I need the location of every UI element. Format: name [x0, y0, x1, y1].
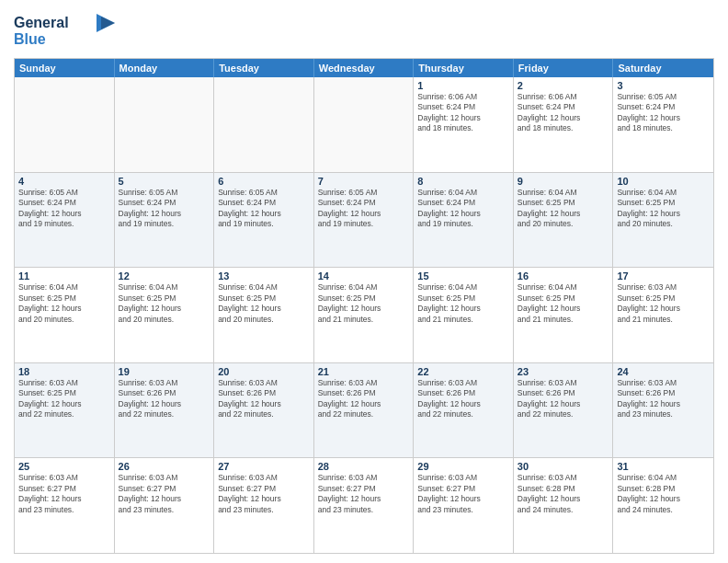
day-number: 17: [617, 270, 710, 282]
day-cell-w4d6: 31Sunrise: 6:04 AM Sunset: 6:28 PM Dayli…: [613, 458, 713, 553]
day-info: Sunrise: 6:04 AM Sunset: 6:25 PM Dayligh…: [18, 282, 110, 325]
week-row-3: 18Sunrise: 6:03 AM Sunset: 6:25 PM Dayli…: [15, 363, 713, 459]
day-cell-w4d2: 27Sunrise: 6:03 AM Sunset: 6:27 PM Dayli…: [214, 458, 314, 553]
day-cell-w2d3: 14Sunrise: 6:04 AM Sunset: 6:25 PM Dayli…: [314, 268, 415, 362]
week-row-2: 11Sunrise: 6:04 AM Sunset: 6:25 PM Dayli…: [15, 268, 713, 363]
day-number: 16: [518, 270, 609, 282]
week-row-4: 25Sunrise: 6:03 AM Sunset: 6:27 PM Dayli…: [15, 458, 713, 553]
svg-text:Blue: Blue: [14, 31, 46, 47]
week-row-0: 1Sunrise: 6:06 AM Sunset: 6:24 PM Daylig…: [15, 77, 713, 173]
logo-svg: General Blue: [14, 9, 115, 51]
day-info: Sunrise: 6:04 AM Sunset: 6:25 PM Dayligh…: [318, 282, 410, 325]
day-info: Sunrise: 6:04 AM Sunset: 6:28 PM Dayligh…: [617, 473, 710, 515]
day-cell-w0d2: [214, 77, 314, 172]
day-info: Sunrise: 6:03 AM Sunset: 6:26 PM Dayligh…: [617, 378, 710, 420]
day-cell-w1d0: 4Sunrise: 6:05 AM Sunset: 6:24 PM Daylig…: [15, 173, 115, 268]
day-info: Sunrise: 6:04 AM Sunset: 6:25 PM Dayligh…: [119, 282, 210, 325]
day-cell-w4d4: 29Sunrise: 6:03 AM Sunset: 6:27 PM Dayli…: [414, 458, 514, 553]
header-saturday: Saturday: [613, 59, 713, 77]
day-cell-w0d5: 2Sunrise: 6:06 AM Sunset: 6:24 PM Daylig…: [514, 77, 614, 172]
day-info: Sunrise: 6:03 AM Sunset: 6:27 PM Dayligh…: [318, 473, 410, 515]
day-number: 19: [119, 366, 210, 377]
day-info: Sunrise: 6:06 AM Sunset: 6:24 PM Dayligh…: [518, 92, 609, 134]
day-cell-w1d3: 7Sunrise: 6:05 AM Sunset: 6:24 PM Daylig…: [314, 173, 415, 268]
day-number: 21: [318, 366, 410, 377]
day-cell-w4d0: 25Sunrise: 6:03 AM Sunset: 6:27 PM Dayli…: [15, 458, 115, 553]
day-cell-w2d0: 11Sunrise: 6:04 AM Sunset: 6:25 PM Dayli…: [15, 268, 115, 362]
page: General Blue Sunday Monday Tuesday Wedne…: [0, 0, 728, 563]
day-cell-w2d5: 16Sunrise: 6:04 AM Sunset: 6:25 PM Dayli…: [514, 268, 614, 362]
day-number: 9: [518, 176, 609, 187]
day-info: Sunrise: 6:05 AM Sunset: 6:24 PM Dayligh…: [617, 92, 710, 134]
day-number: 14: [318, 270, 410, 282]
day-info: Sunrise: 6:03 AM Sunset: 6:25 PM Dayligh…: [18, 378, 110, 420]
day-number: 23: [518, 366, 609, 377]
day-cell-w4d3: 28Sunrise: 6:03 AM Sunset: 6:27 PM Dayli…: [314, 458, 415, 553]
day-number: 28: [318, 461, 410, 472]
day-number: 13: [218, 270, 310, 282]
day-cell-w1d4: 8Sunrise: 6:04 AM Sunset: 6:24 PM Daylig…: [414, 173, 514, 268]
day-info: Sunrise: 6:03 AM Sunset: 6:26 PM Dayligh…: [119, 378, 210, 420]
day-number: 24: [617, 366, 710, 377]
day-number: 1: [417, 80, 509, 91]
day-number: 3: [617, 80, 710, 91]
day-number: 20: [218, 366, 310, 377]
day-number: 10: [617, 176, 710, 187]
day-cell-w1d2: 6Sunrise: 6:05 AM Sunset: 6:24 PM Daylig…: [214, 173, 314, 268]
day-info: Sunrise: 6:03 AM Sunset: 6:27 PM Dayligh…: [417, 473, 509, 515]
day-info: Sunrise: 6:03 AM Sunset: 6:26 PM Dayligh…: [518, 378, 609, 420]
day-cell-w2d1: 12Sunrise: 6:04 AM Sunset: 6:25 PM Dayli…: [115, 268, 215, 362]
day-cell-w0d0: [15, 77, 115, 172]
calendar-body: 1Sunrise: 6:06 AM Sunset: 6:24 PM Daylig…: [15, 77, 713, 553]
day-cell-w0d6: 3Sunrise: 6:05 AM Sunset: 6:24 PM Daylig…: [613, 77, 713, 172]
day-cell-w0d3: [314, 77, 415, 172]
day-info: Sunrise: 6:03 AM Sunset: 6:26 PM Dayligh…: [218, 378, 310, 420]
day-number: 15: [417, 270, 509, 282]
day-number: 27: [218, 461, 310, 472]
day-number: 26: [119, 461, 210, 472]
day-info: Sunrise: 6:03 AM Sunset: 6:26 PM Dayligh…: [417, 378, 509, 420]
day-cell-w3d5: 23Sunrise: 6:03 AM Sunset: 6:26 PM Dayli…: [514, 363, 614, 458]
header-monday: Monday: [115, 59, 215, 77]
day-info: Sunrise: 6:05 AM Sunset: 6:24 PM Dayligh…: [18, 188, 110, 230]
calendar: Sunday Monday Tuesday Wednesday Thursday…: [14, 58, 714, 554]
day-cell-w1d5: 9Sunrise: 6:04 AM Sunset: 6:25 PM Daylig…: [514, 173, 614, 268]
day-info: Sunrise: 6:03 AM Sunset: 6:28 PM Dayligh…: [518, 473, 609, 515]
day-cell-w3d2: 20Sunrise: 6:03 AM Sunset: 6:26 PM Dayli…: [214, 363, 314, 458]
header: General Blue: [14, 9, 714, 51]
day-info: Sunrise: 6:04 AM Sunset: 6:24 PM Dayligh…: [417, 188, 509, 230]
header-tuesday: Tuesday: [214, 59, 314, 77]
day-info: Sunrise: 6:04 AM Sunset: 6:25 PM Dayligh…: [518, 188, 609, 230]
day-number: 30: [518, 461, 609, 472]
week-row-1: 4Sunrise: 6:05 AM Sunset: 6:24 PM Daylig…: [15, 173, 713, 269]
day-cell-w3d4: 22Sunrise: 6:03 AM Sunset: 6:26 PM Dayli…: [414, 363, 514, 458]
day-cell-w0d1: [115, 77, 215, 172]
day-cell-w1d1: 5Sunrise: 6:05 AM Sunset: 6:24 PM Daylig…: [115, 173, 215, 268]
day-number: 31: [617, 461, 710, 472]
header-thursday: Thursday: [414, 59, 514, 77]
day-info: Sunrise: 6:04 AM Sunset: 6:25 PM Dayligh…: [617, 188, 710, 230]
day-cell-w2d4: 15Sunrise: 6:04 AM Sunset: 6:25 PM Dayli…: [414, 268, 514, 362]
day-info: Sunrise: 6:03 AM Sunset: 6:26 PM Dayligh…: [318, 378, 410, 420]
day-number: 18: [18, 366, 110, 377]
day-number: 4: [18, 176, 110, 187]
calendar-header: Sunday Monday Tuesday Wednesday Thursday…: [15, 59, 713, 77]
day-cell-w3d3: 21Sunrise: 6:03 AM Sunset: 6:26 PM Dayli…: [314, 363, 415, 458]
header-sunday: Sunday: [15, 59, 115, 77]
day-number: 7: [318, 176, 410, 187]
day-number: 8: [417, 176, 509, 187]
day-cell-w3d1: 19Sunrise: 6:03 AM Sunset: 6:26 PM Dayli…: [115, 363, 215, 458]
day-cell-w0d4: 1Sunrise: 6:06 AM Sunset: 6:24 PM Daylig…: [414, 77, 514, 172]
day-info: Sunrise: 6:04 AM Sunset: 6:25 PM Dayligh…: [417, 282, 509, 325]
day-cell-w4d1: 26Sunrise: 6:03 AM Sunset: 6:27 PM Dayli…: [115, 458, 215, 553]
day-info: Sunrise: 6:03 AM Sunset: 6:27 PM Dayligh…: [218, 473, 310, 515]
day-cell-w3d0: 18Sunrise: 6:03 AM Sunset: 6:25 PM Dayli…: [15, 363, 115, 458]
day-number: 12: [119, 270, 210, 282]
header-wednesday: Wednesday: [314, 59, 415, 77]
day-number: 6: [218, 176, 310, 187]
day-info: Sunrise: 6:04 AM Sunset: 6:25 PM Dayligh…: [518, 282, 609, 325]
logo: General Blue: [14, 9, 115, 51]
day-number: 29: [417, 461, 509, 472]
day-number: 25: [18, 461, 110, 472]
day-cell-w4d5: 30Sunrise: 6:03 AM Sunset: 6:28 PM Dayli…: [514, 458, 614, 553]
